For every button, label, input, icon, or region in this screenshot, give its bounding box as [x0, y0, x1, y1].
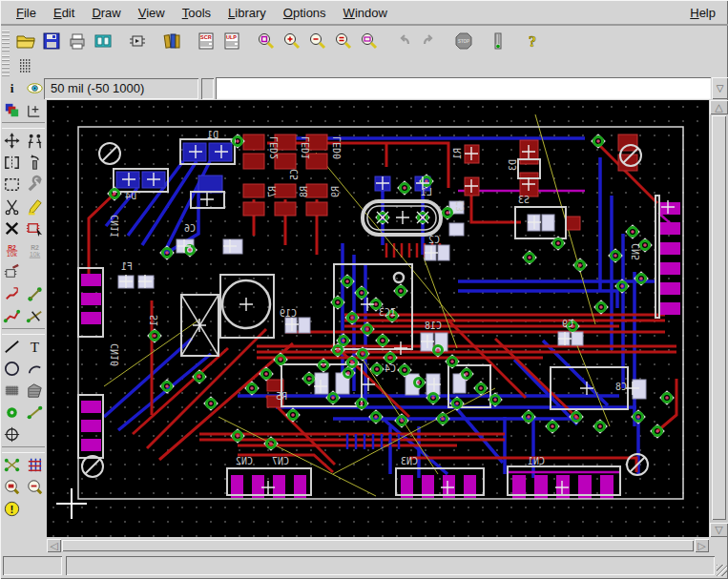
tool-move-button[interactable]	[0, 131, 23, 152]
ulp-icon: ULP	[221, 31, 242, 52]
tool-auto-button[interactable]	[23, 455, 46, 476]
tool-signal-button[interactable]	[23, 403, 46, 424]
tool-info-button[interactable]: i	[0, 78, 23, 99]
open-icon	[15, 31, 36, 52]
zoom-out-button[interactable]	[304, 29, 330, 52]
menu-help[interactable]: Help	[681, 3, 724, 23]
toolbar-group	[390, 29, 442, 52]
svg-text:C9: C9	[562, 319, 573, 329]
palette-row	[0, 196, 47, 217]
tool-delete-button[interactable]	[0, 218, 23, 239]
undo-button[interactable]	[390, 29, 416, 52]
tool-copy-button[interactable]	[23, 131, 46, 152]
tool-via-button[interactable]	[0, 403, 23, 424]
svg-text:R7: R7	[267, 186, 278, 197]
tool-show-button[interactable]	[23, 78, 46, 99]
tool-text-button[interactable]: T	[23, 337, 46, 358]
tool-drc-button[interactable]	[0, 477, 23, 498]
tool-smash-button[interactable]	[0, 262, 23, 283]
tool-arc-button[interactable]	[23, 359, 46, 380]
vertical-scrollbar[interactable]: △ ▽	[710, 100, 728, 537]
print-button[interactable]	[64, 29, 90, 52]
tool-errors-button[interactable]: !	[0, 499, 23, 520]
menu-tools[interactable]: Tools	[174, 3, 219, 23]
save-button[interactable]	[38, 29, 64, 52]
menubar: FileEditDrawViewToolsLibraryOptionsWindo…	[0, 0, 728, 26]
traffic-light-button[interactable]	[485, 29, 510, 52]
stop-icon: STOP	[453, 31, 474, 52]
tool-display-button[interactable]	[0, 100, 23, 121]
scroll-up-arrow-icon[interactable]: △	[710, 100, 728, 114]
redo-button[interactable]	[416, 29, 442, 52]
menu-draw[interactable]: Draw	[83, 3, 129, 23]
tool-group-button[interactable]	[0, 175, 23, 196]
tool-route-button[interactable]	[0, 306, 23, 327]
scr-button[interactable]: SCR	[193, 29, 218, 52]
tool-split-button[interactable]	[0, 284, 23, 305]
toolbar-grip[interactable]	[2, 31, 10, 52]
tool-rotate-button[interactable]	[23, 153, 46, 174]
svg-text:R1: R1	[452, 148, 463, 159]
toolbar2-grip[interactable]	[2, 55, 10, 76]
tool-paste-button[interactable]	[23, 196, 46, 217]
tool-polygon-button[interactable]	[23, 381, 46, 402]
tool-circle-button[interactable]	[0, 359, 23, 380]
zoom-in-button[interactable]	[279, 29, 304, 52]
name-icon: R210k	[2, 240, 22, 260]
pcb-canvas[interactable]: D1D4LED2LED1LED0R7R8R9C5L1C3R1D3S3C6F1S1…	[47, 100, 709, 537]
menu-edit[interactable]: Edit	[45, 3, 83, 23]
tool-ratsnest-button[interactable]	[0, 455, 23, 476]
scroll-down-arrow-icon[interactable]: ▽	[710, 523, 728, 537]
grid-button[interactable]	[12, 53, 38, 77]
tool-name-button[interactable]: R210k	[0, 240, 23, 261]
palette-row: T	[0, 336, 47, 358]
svg-text:CN11: CN11	[110, 215, 120, 238]
tool-change-button[interactable]	[23, 175, 46, 196]
tool-wire-button[interactable]	[0, 337, 23, 358]
svg-text:C2: C2	[428, 235, 440, 245]
ulp-button[interactable]: ULP	[218, 29, 244, 52]
paste-icon	[25, 196, 45, 217]
command-history-dropdown-button[interactable]: ▽	[712, 77, 728, 99]
tool-value-button[interactable]: R210k	[23, 240, 46, 261]
help-button[interactable]: ?	[519, 29, 545, 52]
palette-row	[0, 424, 47, 445]
stop-button[interactable]: STOP	[450, 29, 476, 52]
tool-ripup-button[interactable]	[23, 306, 46, 327]
cam-button[interactable]	[90, 29, 115, 52]
palette-row	[0, 402, 47, 424]
tool-add-button[interactable]	[23, 218, 46, 239]
tool-rect-button[interactable]	[0, 381, 23, 402]
zoom-redraw-button[interactable]	[356, 29, 382, 52]
scroll-right-arrow-icon[interactable]: ▷	[695, 539, 709, 552]
scroll-left-arrow-icon[interactable]: ◁	[47, 539, 61, 552]
tool-mark-button[interactable]	[23, 100, 46, 121]
zoom-select-button[interactable]	[330, 29, 356, 52]
command-bar-separator	[201, 78, 214, 99]
svg-text:R9: R9	[330, 186, 341, 197]
horizontal-scroll-thumb[interactable]	[62, 540, 694, 551]
window-resize-grip[interactable]	[717, 565, 727, 576]
circle-icon	[2, 359, 22, 379]
via-icon	[2, 403, 22, 423]
library-button[interactable]	[158, 29, 184, 52]
menu-view[interactable]: View	[130, 3, 174, 23]
open-button[interactable]	[12, 29, 38, 52]
menu-library[interactable]: Library	[219, 3, 275, 23]
tool-cut-button[interactable]	[0, 196, 23, 217]
svg-text:CN3: CN3	[401, 456, 418, 466]
menu-options[interactable]: Options	[275, 3, 335, 23]
toolbar-group	[253, 29, 382, 52]
grid-icon	[20, 60, 31, 72]
board-button[interactable]	[124, 29, 150, 52]
horizontal-scrollbar[interactable]: ◁ ▷	[47, 539, 709, 552]
menu-file[interactable]: File	[8, 3, 45, 23]
zoom-fit-button[interactable]	[253, 29, 279, 52]
tool-hole-button[interactable]	[0, 424, 23, 445]
vertical-scroll-thumb[interactable]	[712, 115, 726, 520]
tool-check-button[interactable]	[23, 477, 46, 498]
menu-window[interactable]: Window	[335, 3, 396, 23]
tool-mirror-button[interactable]	[0, 153, 23, 174]
command-input[interactable]	[216, 77, 711, 99]
tool-optimize-button[interactable]	[23, 284, 46, 305]
